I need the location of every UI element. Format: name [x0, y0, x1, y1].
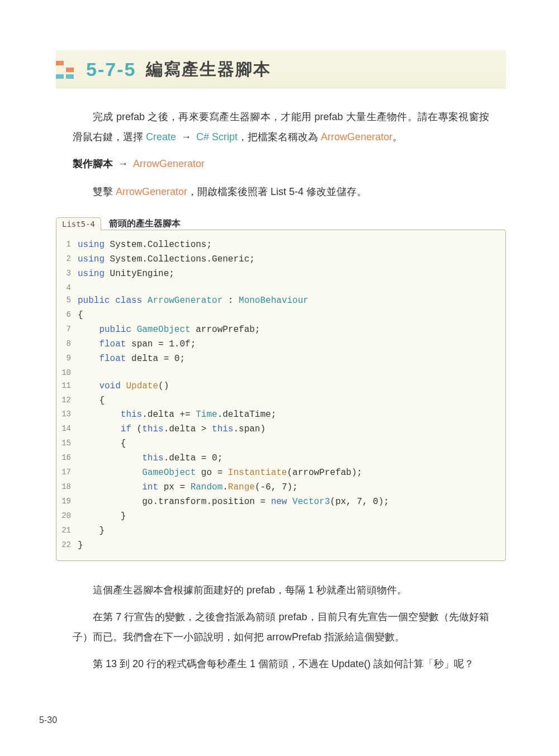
code-content: {: [78, 394, 105, 408]
code-line: 19 go.transform.position = new Vector3(p…: [61, 495, 495, 510]
section-title: 編寫產生器腳本: [146, 58, 271, 81]
code-line: 17 GameObject go = Instantiate(arrowPref…: [61, 466, 495, 481]
filename-arrowgenerator: ArrowGenerator: [321, 131, 392, 142]
code-content: int px = Random.Range(-6, 7);: [78, 481, 298, 495]
code-line: 16 this.delta = 0;: [61, 451, 495, 466]
paragraph-5: 第 13 到 20 行的程式碼會每秒產生 1 個箭頭，不過在 Update() …: [73, 654, 489, 674]
line-number: 18: [61, 481, 78, 495]
code-line: 3using UnityEngine;: [61, 267, 495, 282]
text: 雙擊: [93, 186, 116, 197]
line-number: 2: [61, 253, 78, 267]
arrow-icon: →: [176, 131, 196, 142]
code-content: float delta = 0;: [78, 352, 185, 367]
paragraph-4: 在第 7 行宣告的變數，之後會指派為箭頭 prefab，目前只有先宣告一個空變數…: [73, 607, 489, 647]
code-content: this.delta += Time.deltaTime;: [78, 408, 276, 422]
line-number: 21: [61, 524, 78, 539]
text: ，開啟檔案後照著 List 5-4 修改並儲存。: [187, 186, 367, 197]
paragraph-1: 完成 prefab 之後，再來要寫產生器腳本，才能用 prefab 大量生產物件…: [73, 107, 489, 147]
code-content: using System.Collections.Generic;: [78, 253, 255, 267]
line-number: 8: [61, 337, 78, 352]
listing-header: List5-4 箭頭的產生器腳本: [56, 217, 506, 230]
code-content: float span = 1.0f;: [78, 337, 196, 352]
code-content: }: [78, 510, 126, 524]
code-line: 6{: [61, 308, 495, 323]
code-content: if (this.delta > this.span): [78, 422, 266, 437]
line-number: 7: [61, 323, 78, 337]
line-number: 9: [61, 352, 78, 367]
code-content: void Update(): [78, 379, 169, 394]
line-number: 13: [61, 408, 78, 422]
menu-create: Create: [146, 131, 176, 142]
paragraph-3: 這個產生器腳本會根據前面建好的 prefab，每隔 1 秒就產出箭頭物件。: [73, 580, 489, 600]
make-script-line: 製作腳本 → ArrowGenerator: [73, 154, 489, 174]
code-listing: List5-4 箭頭的產生器腳本 1using System.Collectio…: [56, 217, 506, 561]
code-line: 1using System.Collections;: [61, 238, 495, 253]
filename-arrowgenerator: ArrowGenerator: [116, 186, 187, 197]
line-number: 6: [61, 308, 78, 323]
code-line: 18 int px = Random.Range(-6, 7);: [61, 481, 495, 495]
filename-arrowgenerator: ArrowGenerator: [133, 158, 205, 169]
code-line: 22}: [61, 539, 495, 553]
line-number: 19: [61, 495, 78, 510]
code-content: using UnityEngine;: [78, 267, 174, 282]
code-content: {: [78, 437, 126, 451]
code-line: 2using System.Collections.Generic;: [61, 253, 495, 267]
code-line: 15 {: [61, 437, 495, 451]
line-number: 15: [61, 437, 78, 451]
line-number: 12: [61, 394, 78, 408]
code-content: public GameObject arrowPrefab;: [78, 323, 260, 337]
label-make-script: 製作腳本: [73, 158, 113, 169]
arrow-icon: →: [113, 158, 133, 169]
code-content: go.transform.position = new Vector3(px, …: [78, 495, 389, 510]
code-line: 7 public GameObject arrowPrefab;: [61, 323, 495, 337]
listing-badge: List5-4: [56, 217, 101, 230]
code-content: this.delta = 0;: [78, 451, 222, 466]
section-header: 5-7-5 編寫產生器腳本: [56, 50, 506, 89]
code-line: 13 this.delta += Time.deltaTime;: [61, 408, 495, 422]
line-number: 1: [61, 238, 78, 253]
code-line: 14 if (this.delta > this.span): [61, 422, 495, 437]
header-icon: [56, 61, 76, 79]
code-line: 4: [61, 282, 495, 294]
code-content: using System.Collections;: [78, 238, 212, 253]
line-number: 22: [61, 539, 78, 553]
code-line: 5public class ArrowGenerator : MonoBehav…: [61, 294, 495, 308]
code-line: 8 float span = 1.0f;: [61, 337, 495, 352]
listing-caption: 箭頭的產生器腳本: [109, 218, 181, 230]
line-number: 20: [61, 510, 78, 524]
line-number: 3: [61, 267, 78, 282]
paragraph-2: 雙擊 ArrowGenerator，開啟檔案後照著 List 5-4 修改並儲存…: [73, 182, 489, 202]
line-number: 17: [61, 466, 78, 481]
code-line: 10: [61, 367, 495, 379]
code-line: 21 }: [61, 524, 495, 539]
line-number: 14: [61, 422, 78, 437]
line-number: 11: [61, 379, 78, 394]
line-number: 4: [61, 282, 78, 294]
menu-csharp-script: C# Script: [196, 131, 238, 142]
code-line: 11 void Update(): [61, 379, 495, 394]
text: ，把檔案名稱改為: [238, 131, 321, 142]
line-number: 10: [61, 367, 78, 379]
page-number: 5-30: [39, 715, 57, 725]
line-number: 16: [61, 451, 78, 466]
code-line: 20 }: [61, 510, 495, 524]
code-content: GameObject go = Instantiate(arrowPrefab)…: [78, 466, 362, 481]
code-box: 1using System.Collections;2using System.…: [56, 230, 506, 561]
code-content: }: [78, 524, 105, 539]
code-line: 12 {: [61, 394, 495, 408]
text: 。: [392, 131, 402, 142]
code-content: {: [78, 308, 83, 323]
line-number: 5: [61, 294, 78, 308]
section-number: 5-7-5: [86, 59, 136, 80]
code-content: public class ArrowGenerator : MonoBehavi…: [78, 294, 309, 308]
code-line: 9 float delta = 0;: [61, 352, 495, 367]
code-content: }: [78, 539, 83, 553]
